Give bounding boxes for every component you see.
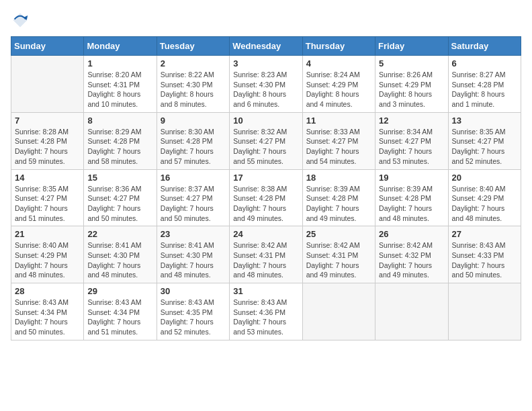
day-info: Sunrise: 8:22 AMSunset: 4:30 PMDaylight:… <box>161 70 226 109</box>
calendar-header-thursday: Thursday <box>302 37 375 56</box>
day-number: 6 <box>452 58 517 68</box>
calendar-week-row: 28Sunrise: 8:43 AMSunset: 4:34 PMDayligh… <box>11 283 521 340</box>
day-number: 2 <box>161 58 226 68</box>
page-header <box>11 11 521 30</box>
day-info: Sunrise: 8:28 AMSunset: 4:28 PMDaylight:… <box>15 127 80 167</box>
calendar-cell: 1Sunrise: 8:20 AMSunset: 4:31 PMDaylight… <box>84 56 157 113</box>
calendar-cell: 30Sunrise: 8:43 AMSunset: 4:35 PMDayligh… <box>157 283 229 340</box>
day-info: Sunrise: 8:35 AMSunset: 4:27 PMDaylight:… <box>15 184 80 224</box>
day-number: 8 <box>87 116 152 126</box>
calendar-cell: 11Sunrise: 8:33 AMSunset: 4:27 PMDayligh… <box>302 112 375 169</box>
calendar-header-saturday: Saturday <box>448 37 521 56</box>
day-info: Sunrise: 8:26 AMSunset: 4:29 PMDaylight:… <box>379 70 444 109</box>
calendar-cell: 16Sunrise: 8:37 AMSunset: 4:27 PMDayligh… <box>157 169 229 226</box>
day-info: Sunrise: 8:43 AMSunset: 4:34 PMDaylight:… <box>87 298 152 337</box>
day-number: 3 <box>233 58 298 68</box>
day-number: 22 <box>87 229 152 239</box>
day-info: Sunrise: 8:23 AMSunset: 4:30 PMDaylight:… <box>233 70 298 109</box>
day-info: Sunrise: 8:43 AMSunset: 4:35 PMDaylight:… <box>161 298 226 337</box>
day-number: 11 <box>306 116 371 126</box>
day-info: Sunrise: 8:33 AMSunset: 4:27 PMDaylight:… <box>306 127 371 167</box>
calendar-cell: 25Sunrise: 8:42 AMSunset: 4:31 PMDayligh… <box>302 226 375 283</box>
logo-icon <box>11 11 30 30</box>
calendar-cell: 29Sunrise: 8:43 AMSunset: 4:34 PMDayligh… <box>84 283 157 340</box>
calendar-cell: 21Sunrise: 8:40 AMSunset: 4:29 PMDayligh… <box>11 226 84 283</box>
day-number: 12 <box>379 116 444 126</box>
day-number: 29 <box>87 286 152 296</box>
day-info: Sunrise: 8:34 AMSunset: 4:27 PMDaylight:… <box>379 127 444 167</box>
calendar-week-row: 1Sunrise: 8:20 AMSunset: 4:31 PMDaylight… <box>11 56 521 113</box>
day-info: Sunrise: 8:27 AMSunset: 4:28 PMDaylight:… <box>452 70 517 109</box>
calendar-cell: 13Sunrise: 8:35 AMSunset: 4:27 PMDayligh… <box>448 112 521 169</box>
day-number: 5 <box>379 58 444 68</box>
calendar-cell: 26Sunrise: 8:42 AMSunset: 4:32 PMDayligh… <box>375 226 448 283</box>
day-number: 16 <box>161 173 226 183</box>
day-info: Sunrise: 8:39 AMSunset: 4:28 PMDaylight:… <box>379 184 444 224</box>
day-info: Sunrise: 8:20 AMSunset: 4:31 PMDaylight:… <box>87 70 152 109</box>
calendar-cell: 31Sunrise: 8:43 AMSunset: 4:36 PMDayligh… <box>230 283 302 340</box>
calendar-header-wednesday: Wednesday <box>230 37 302 56</box>
day-info: Sunrise: 8:43 AMSunset: 4:34 PMDaylight:… <box>15 298 80 337</box>
calendar-cell: 17Sunrise: 8:38 AMSunset: 4:28 PMDayligh… <box>230 169 302 226</box>
calendar-cell: 3Sunrise: 8:23 AMSunset: 4:30 PMDaylight… <box>230 56 302 113</box>
calendar-cell: 20Sunrise: 8:40 AMSunset: 4:29 PMDayligh… <box>448 169 521 226</box>
day-info: Sunrise: 8:35 AMSunset: 4:27 PMDaylight:… <box>452 127 517 167</box>
day-number: 31 <box>233 286 298 296</box>
day-number: 18 <box>306 173 371 183</box>
day-info: Sunrise: 8:30 AMSunset: 4:28 PMDaylight:… <box>161 127 226 167</box>
day-number: 19 <box>379 173 444 183</box>
calendar-header-sunday: Sunday <box>11 37 84 56</box>
day-info: Sunrise: 8:38 AMSunset: 4:28 PMDaylight:… <box>233 184 298 224</box>
day-number: 21 <box>15 229 80 239</box>
day-info: Sunrise: 8:42 AMSunset: 4:31 PMDaylight:… <box>306 240 371 280</box>
calendar-week-row: 21Sunrise: 8:40 AMSunset: 4:29 PMDayligh… <box>11 226 521 283</box>
calendar-cell: 27Sunrise: 8:43 AMSunset: 4:33 PMDayligh… <box>448 226 521 283</box>
calendar-cell: 6Sunrise: 8:27 AMSunset: 4:28 PMDaylight… <box>448 56 521 113</box>
calendar-week-row: 14Sunrise: 8:35 AMSunset: 4:27 PMDayligh… <box>11 169 521 226</box>
calendar-cell: 5Sunrise: 8:26 AMSunset: 4:29 PMDaylight… <box>375 56 448 113</box>
calendar-cell: 24Sunrise: 8:42 AMSunset: 4:31 PMDayligh… <box>230 226 302 283</box>
day-number: 26 <box>379 229 444 239</box>
calendar-cell: 14Sunrise: 8:35 AMSunset: 4:27 PMDayligh… <box>11 169 84 226</box>
day-number: 28 <box>15 286 80 296</box>
day-number: 7 <box>15 116 80 126</box>
day-number: 25 <box>306 229 371 239</box>
day-number: 9 <box>161 116 226 126</box>
day-info: Sunrise: 8:43 AMSunset: 4:33 PMDaylight:… <box>452 240 517 280</box>
day-info: Sunrise: 8:42 AMSunset: 4:32 PMDaylight:… <box>379 240 444 280</box>
day-info: Sunrise: 8:41 AMSunset: 4:30 PMDaylight:… <box>161 240 226 280</box>
calendar-cell: 8Sunrise: 8:29 AMSunset: 4:28 PMDaylight… <box>84 112 157 169</box>
calendar-cell: 28Sunrise: 8:43 AMSunset: 4:34 PMDayligh… <box>11 283 84 340</box>
day-number: 17 <box>233 173 298 183</box>
day-info: Sunrise: 8:29 AMSunset: 4:28 PMDaylight:… <box>87 127 152 167</box>
calendar-cell: 22Sunrise: 8:41 AMSunset: 4:30 PMDayligh… <box>84 226 157 283</box>
day-number: 30 <box>161 286 226 296</box>
calendar-week-row: 7Sunrise: 8:28 AMSunset: 4:28 PMDaylight… <box>11 112 521 169</box>
day-info: Sunrise: 8:41 AMSunset: 4:30 PMDaylight:… <box>87 240 152 280</box>
logo <box>11 11 32 30</box>
calendar-cell: 18Sunrise: 8:39 AMSunset: 4:28 PMDayligh… <box>302 169 375 226</box>
calendar-header-friday: Friday <box>375 37 448 56</box>
calendar-cell: 10Sunrise: 8:32 AMSunset: 4:27 PMDayligh… <box>230 112 302 169</box>
calendar-header-monday: Monday <box>84 37 157 56</box>
day-number: 13 <box>452 116 517 126</box>
day-info: Sunrise: 8:42 AMSunset: 4:31 PMDaylight:… <box>233 240 298 280</box>
day-info: Sunrise: 8:32 AMSunset: 4:27 PMDaylight:… <box>233 127 298 167</box>
day-number: 4 <box>306 58 371 68</box>
calendar-body: 1Sunrise: 8:20 AMSunset: 4:31 PMDaylight… <box>11 56 521 340</box>
calendar-cell: 19Sunrise: 8:39 AMSunset: 4:28 PMDayligh… <box>375 169 448 226</box>
day-info: Sunrise: 8:24 AMSunset: 4:29 PMDaylight:… <box>306 70 371 109</box>
calendar-cell: 12Sunrise: 8:34 AMSunset: 4:27 PMDayligh… <box>375 112 448 169</box>
calendar-cell <box>11 56 84 113</box>
day-number: 10 <box>233 116 298 126</box>
day-info: Sunrise: 8:40 AMSunset: 4:29 PMDaylight:… <box>452 184 517 224</box>
calendar-cell <box>302 283 375 340</box>
calendar-cell <box>375 283 448 340</box>
day-info: Sunrise: 8:36 AMSunset: 4:27 PMDaylight:… <box>87 184 152 224</box>
day-number: 23 <box>161 229 226 239</box>
day-number: 15 <box>87 173 152 183</box>
day-number: 14 <box>15 173 80 183</box>
day-info: Sunrise: 8:43 AMSunset: 4:36 PMDaylight:… <box>233 298 298 337</box>
calendar-cell: 7Sunrise: 8:28 AMSunset: 4:28 PMDaylight… <box>11 112 84 169</box>
day-info: Sunrise: 8:40 AMSunset: 4:29 PMDaylight:… <box>15 240 80 280</box>
